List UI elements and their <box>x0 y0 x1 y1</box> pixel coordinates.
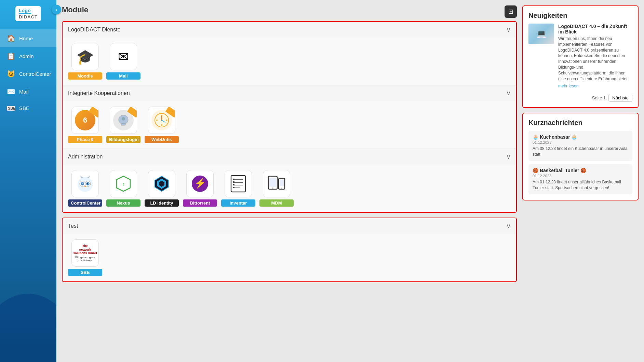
news-pagination: Seite 1 Nächste <box>528 94 632 102</box>
module-ldidentity[interactable]: LD Identity <box>145 170 179 207</box>
sidebar-item-home[interactable]: 🏠 Home <box>0 29 56 47</box>
test-section-header[interactable]: Test ∨ <box>63 218 516 234</box>
sidebar-item-mail[interactable]: ✉️ Mail <box>0 83 56 100</box>
module-nexus-label: Nexus <box>106 199 140 207</box>
sidebar-toggle[interactable]: ‹ <box>52 5 61 14</box>
section-logodidact-dienste-label: LogoDIDACT Dienste <box>68 27 121 33</box>
section-kooperationen-header[interactable]: Integrierte Kooperationen ∨ <box>63 85 516 101</box>
kurz-item-0-title: 🧁 Kuchenbasar 🧁 <box>533 134 628 140</box>
svg-rect-28 <box>231 176 245 192</box>
logo-line <box>19 13 31 14</box>
module-moodle-icon-wrap: 🎓 <box>71 43 99 70</box>
module-bittorrent-label: Bittorrent <box>183 199 217 207</box>
svg-rect-38 <box>269 178 276 187</box>
test-section-chevron: ∨ <box>506 222 511 230</box>
admin-icon: 📋 <box>7 52 15 60</box>
module-phase6[interactable]: 6 Phase 6 <box>68 107 102 143</box>
home-icon: 🏠 <box>7 34 15 42</box>
module-sbe-label: SBE <box>68 269 102 276</box>
module-bittorrent[interactable]: ⚡ Bittorrent <box>183 170 217 207</box>
module-mail[interactable]: ✉ Mail <box>106 43 140 80</box>
svg-point-7 <box>156 120 158 121</box>
bittorrent-icon: ⚡ <box>190 173 210 194</box>
section-logodidact-dienste-header[interactable]: LogoDIDACT Dienste ∨ <box>63 22 516 38</box>
modules-header: Module ⊞ <box>62 5 517 18</box>
module-mdm-icon-wrap <box>263 170 290 197</box>
svg-point-16 <box>82 183 83 184</box>
kurz-item-0-body: Am 08.12.23 findet ein Kuchenbasar in un… <box>533 146 628 157</box>
section-kooperationen-chevron: ∨ <box>506 89 511 97</box>
page-title: Module <box>62 5 88 14</box>
svg-point-0 <box>122 117 125 121</box>
kurz-item-0: 🧁 Kuchenbasar 🧁 01.12.2023 Am 08.12.23 f… <box>528 131 632 161</box>
section-kooperationen-body: 6 Phase 6 <box>63 101 516 149</box>
news-thumbnail-image: 💻 <box>528 24 554 44</box>
section-logodidact-body: 🎓 Moodle ✉ Mail <box>63 38 516 85</box>
kurznachrichten-box: Kurznachrichten 🧁 Kuchenbasar 🧁 01.12.20… <box>522 113 639 200</box>
controlcenter-nav-icon: 😺 <box>7 70 15 78</box>
news-thumbnail: 💻 <box>528 24 554 44</box>
module-mail-label: Mail <box>106 72 140 80</box>
modules-container: LogoDIDACT Dienste ∨ 🎓 Moodle ✉ <box>62 21 517 213</box>
moodle-icon: 🎓 <box>76 48 94 65</box>
sidebar-item-admin[interactable]: 📋 Admin <box>0 47 56 65</box>
svg-point-42 <box>281 188 282 189</box>
section-administration-header[interactable]: Administration ∨ <box>63 149 516 165</box>
module-ldidentity-label: LD Identity <box>145 199 179 207</box>
sidebar: ‹ Logo DIDACT 🏠 Home 📋 Admin 😺 ControlCe… <box>0 0 56 362</box>
sidebar-nav: 🏠 Home 📋 Admin 😺 ControlCenter ✉️ Mail S… <box>0 29 56 116</box>
sbe-logo-subtext: Wir gehen gern zur Schule <box>73 256 97 262</box>
module-bildungslogin[interactable]: Bildungslogin <box>106 107 140 143</box>
module-inventar[interactable]: Inventar <box>221 170 255 207</box>
sidebar-item-controlcenter[interactable]: 😺 ControlCenter <box>0 65 56 83</box>
mdm-icon <box>266 173 287 194</box>
module-webuntis[interactable]: WebUntis <box>145 107 179 143</box>
module-webuntis-label: WebUntis <box>145 136 179 143</box>
module-nexus[interactable]: r Nexus <box>106 170 140 207</box>
news-item-0: 💻 LogoDIDACT 4.0 – die Zukunft im Blick … <box>528 24 632 88</box>
module-moodle-label: Moodle <box>68 72 102 80</box>
module-controlcenter-label: ControlCenter <box>68 199 102 207</box>
section-administration-chevron: ∨ <box>506 153 511 161</box>
mail-nav-icon: ✉️ <box>7 87 15 96</box>
logo-top: Logo <box>19 8 31 13</box>
module-controlcenter[interactable]: ControlCenter <box>68 170 102 207</box>
main-content: Module ⊞ LogoDIDACT Dienste ∨ 🎓 <box>56 0 644 362</box>
svg-text:r: r <box>122 181 124 187</box>
test-section-label: Test <box>68 223 78 229</box>
kurz-item-1-body: Am 01.12.23 findet unser alljährliches B… <box>533 179 628 191</box>
grid-toggle-button[interactable]: ⊞ <box>505 5 517 18</box>
center-panel: Module ⊞ LogoDIDACT Dienste ∨ 🎓 <box>62 5 517 357</box>
module-webuntis-icon-wrap <box>148 107 175 134</box>
kurz-item-1-title: 🏀 Basketball Tunier 🏀 <box>533 168 628 173</box>
kurznachrichten-title: Kurznachrichten <box>528 119 632 127</box>
news-item-title: LogoDIDACT 4.0 – die Zukunft im Blick <box>558 24 632 34</box>
sidebar-logo: Logo DIDACT <box>0 0 56 29</box>
sidebar-item-sbe[interactable]: SBE SBE <box>0 100 56 116</box>
controlcenter-icon <box>75 173 95 194</box>
logo-bottom: DIDACT <box>19 15 38 19</box>
grid-icon: ⊞ <box>508 8 513 15</box>
module-inventar-icon-wrap <box>225 170 252 197</box>
svg-point-17 <box>88 183 89 184</box>
section-logodidact-dienste: LogoDIDACT Dienste ∨ 🎓 Moodle ✉ <box>63 22 516 85</box>
module-moodle[interactable]: 🎓 Moodle <box>68 43 102 80</box>
module-inventar-label: Inventar <box>221 199 255 207</box>
module-sbe[interactable]: sbenetwork solutions GmbH Wir gehen gern… <box>68 239 102 276</box>
module-phase6-icon-wrap: 6 <box>71 107 99 134</box>
module-mdm-label: MDM <box>259 199 294 207</box>
sbe-logo-text: sbenetwork solutions GmbH <box>73 244 97 255</box>
inventar-icon <box>228 173 249 194</box>
sidebar-item-sbe-label: SBE <box>19 105 29 111</box>
section-logodidact-chevron: ∨ <box>506 26 511 33</box>
kurz-item-1: 🏀 Basketball Tunier 🏀 01.12.2023 Am 01.1… <box>528 164 632 194</box>
module-mdm[interactable]: MDM <box>259 170 294 207</box>
svg-rect-36 <box>233 187 234 188</box>
next-page-button[interactable]: Nächste <box>608 94 632 102</box>
news-mehr-link[interactable]: mehr lesen <box>558 84 632 88</box>
module-bildungslogin-icon-wrap <box>110 107 137 134</box>
sidebar-item-admin-label: Admin <box>19 53 34 59</box>
svg-point-6 <box>161 124 162 126</box>
svg-point-8 <box>166 120 167 121</box>
svg-rect-33 <box>233 179 234 180</box>
